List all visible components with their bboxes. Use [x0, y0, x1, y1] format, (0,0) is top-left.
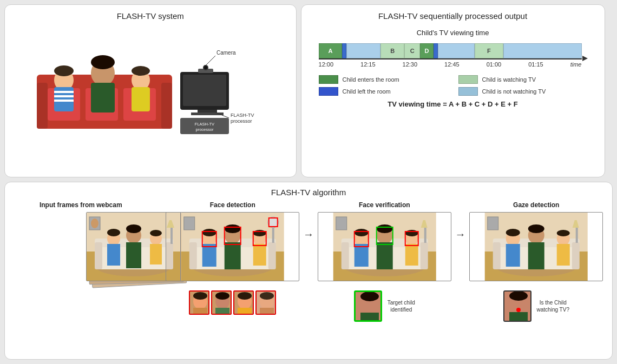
legend-watching: Child is watching TV — [458, 75, 587, 84]
svg-rect-69 — [253, 244, 266, 266]
svg-text:FLASH-TV: FLASH-TV — [195, 122, 214, 127]
svg-rect-125 — [528, 242, 544, 269]
svg-rect-17 — [132, 87, 150, 111]
svg-rect-3 — [161, 83, 172, 129]
svg-rect-94 — [341, 242, 349, 269]
svg-rect-82 — [215, 308, 229, 315]
timeline-section: Child's TV viewing time A B C — [308, 29, 598, 108]
step-gaze-title: Gaze detection — [513, 201, 559, 209]
svg-line-26 — [206, 56, 215, 65]
time-0115: 01:15 — [528, 61, 543, 68]
svg-rect-130 — [576, 228, 578, 243]
time-1245: 12:45 — [444, 61, 460, 68]
legend-left: Child left the room — [319, 87, 448, 96]
svg-rect-97 — [354, 244, 368, 267]
legend-box-notwatching — [458, 87, 478, 96]
svg-point-62 — [202, 229, 216, 236]
step-input: Input frames from webcam — [10, 201, 152, 288]
step-face-detect-title: Face detection — [210, 201, 255, 209]
seg-lightblue1 — [346, 43, 380, 58]
svg-rect-61 — [202, 244, 216, 267]
time-1215: 12:15 — [360, 61, 376, 68]
svg-rect-58 — [189, 242, 197, 269]
legend-label-left: Child left the room — [343, 88, 391, 95]
algo-steps: Input frames from webcam — [10, 201, 607, 354]
gaze-child-thumb — [503, 290, 531, 322]
svg-rect-132 — [488, 217, 498, 230]
svg-point-12 — [54, 65, 74, 76]
step-face-detect: Face detection — [162, 201, 304, 315]
svg-rect-119 — [493, 242, 501, 269]
svg-rect-95 — [420, 242, 428, 269]
svg-rect-44 — [126, 242, 141, 268]
camera-label: Camera — [216, 50, 236, 56]
svg-point-70 — [253, 230, 266, 236]
algo-title: FLASH-TV algorithm — [10, 188, 607, 197]
face-thumb-2 — [211, 290, 232, 315]
step-face-verify: Face verification — [314, 201, 455, 322]
svg-rect-65 — [225, 242, 241, 269]
svg-rect-38 — [95, 242, 102, 269]
svg-point-126 — [528, 224, 544, 233]
time-1200: 12:00 — [319, 61, 334, 68]
seg-D: D — [420, 43, 433, 58]
step-input-title: Input frames from webcam — [40, 201, 122, 209]
svg-rect-8 — [54, 87, 74, 111]
svg-rect-47 — [150, 244, 162, 264]
seg-C: C — [404, 43, 420, 58]
step-face-verify-title: Face verification — [359, 201, 410, 209]
svg-point-48 — [150, 230, 162, 236]
svg-point-98 — [354, 229, 368, 236]
left-panel: FLASH-TV system — [4, 4, 297, 177]
legend-box-enters — [319, 75, 338, 84]
legend-box-watching — [458, 75, 478, 84]
legend-label-enters: Child enters the room — [343, 76, 399, 83]
svg-rect-85 — [238, 308, 252, 315]
svg-point-45 — [126, 224, 141, 233]
legend-box-left — [319, 87, 338, 96]
target-label: Target childidentified — [388, 299, 415, 313]
svg-rect-11 — [54, 100, 74, 102]
time-label: time — [570, 61, 582, 68]
left-panel-title: FLASH-TV system — [117, 11, 184, 21]
right-panel: FLASH-TV sequentially processed output C… — [301, 4, 605, 177]
svg-point-18 — [132, 66, 150, 76]
svg-text:processor: processor — [195, 127, 213, 132]
main-container: FLASH-TV system — [0, 0, 617, 364]
system-svg: Camera FLASH-TV processor FLASH-TV proce… — [21, 29, 280, 142]
scene-svg-gaze — [470, 213, 602, 281]
svg-rect-20 — [183, 75, 226, 106]
gaze-label: Is the Childwatching TV? — [537, 299, 569, 313]
svg-rect-74 — [184, 217, 195, 230]
svg-point-123 — [506, 229, 520, 236]
svg-rect-108 — [424, 228, 426, 243]
svg-rect-41 — [107, 244, 120, 266]
family-illustration: Camera FLASH-TV processor FLASH-TV proce… — [11, 26, 290, 145]
scene-svg-detect — [166, 213, 299, 281]
svg-point-106 — [405, 230, 418, 236]
svg-rect-113 — [360, 313, 379, 322]
svg-rect-122 — [506, 244, 520, 267]
svg-rect-2 — [37, 83, 48, 129]
formula: TV viewing time = A + B + C + D + E + F — [308, 100, 598, 108]
svg-point-66 — [225, 224, 241, 233]
svg-rect-110 — [336, 217, 346, 230]
bottom-row: FLASH-TV algorithm Input frames from web… — [4, 182, 613, 360]
face-thumb-3 — [233, 290, 254, 315]
right-panel-title: FLASH-TV sequentially processed output — [308, 11, 598, 21]
svg-text:FLASH-TV: FLASH-TV — [231, 112, 254, 118]
time-0100: 01:00 — [487, 61, 502, 68]
legend: Child enters the room Child is watching … — [319, 75, 587, 96]
legend-label-watching: Child is watching TV — [482, 76, 536, 83]
svg-rect-72 — [272, 228, 274, 243]
top-row: FLASH-TV system — [4, 4, 613, 177]
seg-end — [503, 43, 581, 58]
arrow-2: → — [303, 201, 314, 241]
scene-svg-verify — [318, 213, 451, 281]
svg-rect-101 — [376, 242, 392, 269]
seg-F: F — [475, 43, 503, 58]
svg-point-52 — [91, 219, 99, 228]
seg-lightblue2 — [438, 43, 475, 58]
svg-rect-59 — [268, 242, 276, 269]
svg-point-136 — [516, 308, 521, 312]
